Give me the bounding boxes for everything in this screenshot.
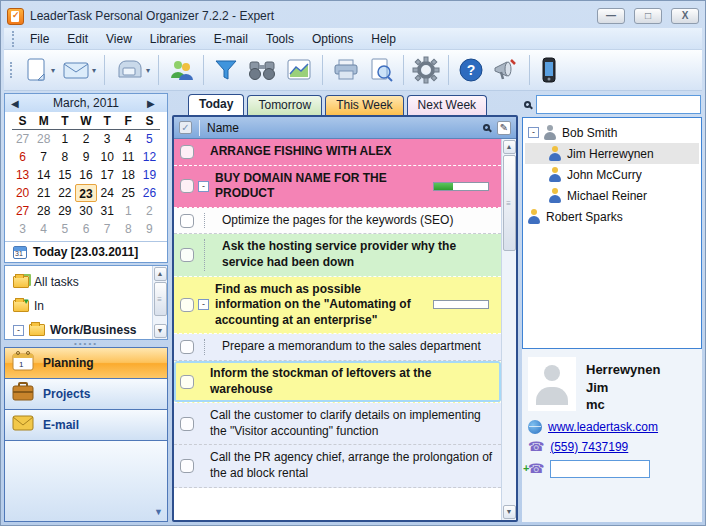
calendar-day[interactable]: 19 — [139, 166, 160, 184]
task-row[interactable]: Prepare a memorandum to the sales depart… — [174, 334, 501, 361]
edit-icon[interactable]: ✎ — [497, 121, 511, 135]
calendar-day[interactable]: 3 — [97, 130, 118, 148]
name-column-header[interactable]: Name — [207, 121, 476, 135]
task-text[interactable]: Call the PR agency chief, arrange the pr… — [208, 448, 497, 483]
scroll-down-icon[interactable]: ▼ — [154, 324, 167, 338]
expander-icon[interactable]: - — [13, 325, 24, 336]
task-text[interactable]: Find as much as possible information on … — [213, 280, 433, 331]
calendar-day[interactable]: 10 — [97, 148, 118, 166]
menu-view[interactable]: View — [97, 30, 141, 48]
task-row[interactable]: Inform the stockman of leftovers at the … — [174, 361, 501, 403]
task-text[interactable]: Inform the stockman of leftovers at the … — [208, 364, 497, 399]
nav-projects[interactable]: Projects — [5, 379, 167, 410]
scrollbar-thumb[interactable]: ≡ — [503, 155, 516, 251]
calendar-day[interactable]: 27 — [12, 130, 33, 148]
calendar-day[interactable]: 7 — [33, 148, 54, 166]
calendar-today-row[interactable]: Today [23.03.2011] — [5, 241, 167, 262]
statistics-button[interactable] — [281, 54, 317, 86]
new-note-button[interactable]: ▾ — [19, 54, 58, 86]
task-text[interactable]: ARRANGE FISHING WITH ALEX — [208, 142, 497, 162]
contacts-button[interactable] — [164, 54, 198, 86]
calendar-day[interactable]: 24 — [97, 184, 118, 202]
calendar-day[interactable]: 20 — [12, 184, 33, 202]
calendar-day[interactable]: 28 — [33, 130, 54, 148]
calendar-day[interactable]: 21 — [33, 184, 54, 202]
calendar-day[interactable]: 1 — [118, 202, 139, 220]
calendar-day[interactable]: 31 — [97, 202, 118, 220]
task-row[interactable]: Call the PR agency chief, arrange the pr… — [174, 445, 501, 487]
calendar-day[interactable]: 13 — [12, 166, 33, 184]
task-checkbox[interactable] — [180, 179, 194, 193]
task-text[interactable]: Call the customer to clarify details on … — [208, 406, 497, 441]
calendar-day[interactable]: 6 — [75, 220, 96, 238]
task-checkbox[interactable] — [180, 298, 194, 312]
calendar-day[interactable]: 1 — [54, 130, 75, 148]
contact-item-bob-smith[interactable]: -Bob Smith — [525, 122, 699, 143]
calendar-day[interactable]: 15 — [54, 166, 75, 184]
task-checkbox[interactable] — [180, 145, 194, 159]
calendar-day[interactable]: 18 — [118, 166, 139, 184]
new-phone-input[interactable] — [550, 460, 650, 478]
calendar-day[interactable]: 28 — [33, 202, 54, 220]
nav-planning[interactable]: 1Planning — [5, 348, 167, 379]
calendar-day[interactable]: 8 — [54, 148, 75, 166]
calendar-prev-button[interactable]: ◀ — [11, 98, 25, 109]
calendar-day[interactable]: 5 — [54, 220, 75, 238]
settings-button[interactable] — [409, 54, 443, 86]
scroll-down-icon[interactable]: ▼ — [503, 505, 516, 519]
mobile-sync-button[interactable] — [535, 54, 563, 86]
tab-this-week[interactable]: This Week — [325, 95, 403, 115]
calendar-day[interactable]: 2 — [139, 202, 160, 220]
task-checkbox[interactable] — [180, 248, 194, 262]
new-mail-button[interactable]: ▾ — [58, 54, 99, 86]
task-checkbox[interactable] — [180, 375, 194, 389]
menu-file[interactable]: File — [21, 30, 58, 48]
select-all-checkbox[interactable]: ✓ — [179, 121, 192, 134]
calendar-day[interactable]: 11 — [118, 148, 139, 166]
calendar-day[interactable]: 25 — [118, 184, 139, 202]
calendar-day[interactable]: 6 — [12, 148, 33, 166]
scrollbar-thumb[interactable]: ≡ — [154, 282, 167, 316]
print-button[interactable] — [328, 54, 364, 86]
task-checkbox[interactable] — [180, 214, 194, 228]
nav-collapse-strip[interactable]: ▼ — [4, 441, 168, 523]
calendar-day-selected[interactable]: 23 — [75, 184, 96, 202]
scroll-up-icon[interactable]: ▲ — [503, 140, 516, 154]
task-checkbox[interactable] — [180, 459, 194, 473]
calendar-day[interactable]: 9 — [139, 220, 160, 238]
search-icon[interactable] — [483, 124, 490, 131]
contact-search-input[interactable] — [536, 95, 701, 114]
calendar-day[interactable]: 8 — [118, 220, 139, 238]
task-row[interactable]: -Find as much as possible information on… — [174, 277, 501, 335]
calendar-day[interactable]: 4 — [33, 220, 54, 238]
contact-item-robert-sparks[interactable]: Robert Sparks — [525, 206, 699, 227]
maximize-button[interactable]: □ — [634, 8, 662, 24]
task-text[interactable]: Prepare a memorandum to the sales depart… — [220, 337, 497, 357]
task-row[interactable]: Call the customer to clarify details on … — [174, 403, 501, 445]
tab-next-week[interactable]: Next Week — [407, 95, 487, 115]
menu-help[interactable]: Help — [362, 30, 405, 48]
task-row[interactable]: Optimize the pages for the keywords (SEO… — [174, 208, 501, 235]
folder-item-in[interactable]: In — [13, 294, 152, 318]
expander-icon[interactable]: - — [198, 181, 209, 192]
calendar-day[interactable]: 29 — [54, 202, 75, 220]
mailbox-button[interactable]: ▾ — [110, 54, 153, 86]
task-text[interactable]: Ask the hosting service provider why the… — [220, 237, 497, 272]
contact-item-john-mccurry[interactable]: John McCurry — [525, 164, 699, 185]
calendar-next-button[interactable]: ▶ — [147, 98, 161, 109]
expander-icon[interactable]: - — [198, 299, 209, 310]
menu-libraries[interactable]: Libraries — [141, 30, 205, 48]
tab-today[interactable]: Today — [188, 94, 244, 115]
task-scrollbar[interactable]: ▲ ≡ ▼ — [501, 139, 516, 520]
calendar-day[interactable]: 22 — [54, 184, 75, 202]
calendar-day[interactable]: 4 — [118, 130, 139, 148]
calendar-day[interactable]: 30 — [75, 202, 96, 220]
calendar-day[interactable]: 26 — [139, 184, 160, 202]
search-button[interactable] — [243, 54, 281, 86]
calendar-day[interactable]: 2 — [75, 130, 96, 148]
menu-e-mail[interactable]: E-mail — [205, 30, 257, 48]
folders-scrollbar[interactable]: ▲ ≡ ▼ — [152, 266, 167, 339]
calendar-day[interactable]: 9 — [75, 148, 96, 166]
menu-tools[interactable]: Tools — [257, 30, 303, 48]
task-row[interactable]: ARRANGE FISHING WITH ALEX — [174, 139, 501, 166]
